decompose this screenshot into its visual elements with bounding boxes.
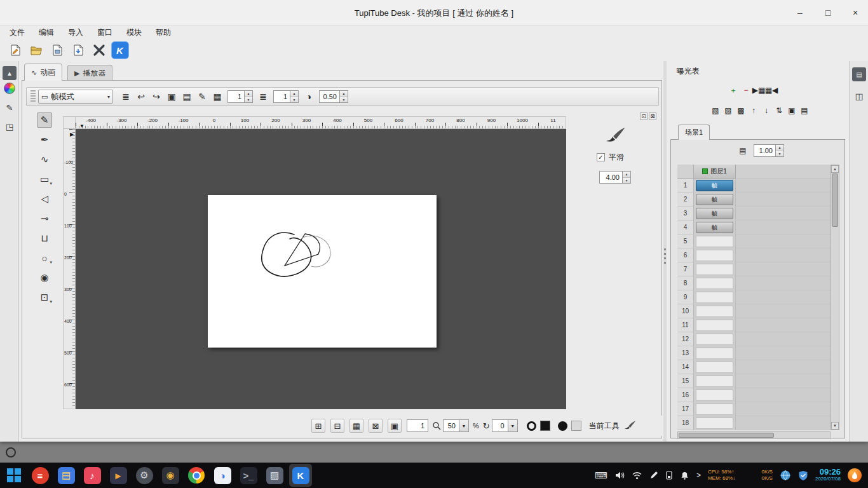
pencil-tool[interactable]: ✎ <box>37 112 52 128</box>
camera-icon[interactable]: ◉ <box>159 464 182 487</box>
safe-area-button[interactable]: ⊠ <box>369 419 383 433</box>
vertical-scrollbar[interactable]: ▲ ▼ <box>831 165 839 430</box>
onion-skin-button[interactable]: ▣ <box>388 419 402 433</box>
frame-cell[interactable] <box>694 346 736 360</box>
restore-subwindow-icon[interactable]: ⊡ <box>640 112 648 120</box>
frames-spinner-value[interactable]: 1 <box>227 90 244 103</box>
paste-frame-icon[interactable]: ▤ <box>179 89 194 104</box>
frame-cell[interactable] <box>694 262 736 276</box>
empty-frame[interactable] <box>696 278 733 289</box>
tab-player[interactable]: ▶ 播放器 <box>67 65 112 81</box>
library-icon[interactable]: ◳ <box>3 119 17 133</box>
close-button[interactable]: × <box>847 5 864 20</box>
grid16-button[interactable]: ⊟ <box>330 419 344 433</box>
empty-frame[interactable] <box>696 320 733 331</box>
frame-cell[interactable] <box>694 360 736 374</box>
paste-exposure-button[interactable]: ▤ <box>799 105 810 116</box>
nodes-tool[interactable]: ⊸ <box>37 211 52 226</box>
opacity-spinner-value[interactable]: 0.50 <box>319 90 339 103</box>
frame-cell[interactable] <box>694 276 736 290</box>
frame-cell[interactable] <box>694 374 736 388</box>
save-project-icon[interactable] <box>48 42 65 59</box>
exposure-panel-icon[interactable]: ▤ <box>852 67 866 81</box>
paper[interactable] <box>208 195 437 348</box>
frame-cell[interactable] <box>694 318 736 332</box>
spin-up-icon[interactable]: ▲ <box>290 91 298 97</box>
empty-frame[interactable] <box>696 250 733 261</box>
frame-cell[interactable] <box>694 332 736 346</box>
scroll-down-icon[interactable]: ▼ <box>831 422 839 430</box>
empty-frame[interactable] <box>696 348 733 359</box>
move-frame-back-button[interactable]: ▦◀ <box>766 85 777 96</box>
smoothness-spinner[interactable]: 4.00 ▲▼ <box>599 171 631 184</box>
pen-input-icon[interactable] <box>649 471 658 480</box>
layers-spinner[interactable]: 1 ▲▼ <box>273 90 299 103</box>
frame-cell[interactable] <box>694 402 736 416</box>
import-icon[interactable] <box>69 42 86 59</box>
insert-layer-button[interactable]: ▧ <box>710 105 721 116</box>
desktop-widget-icon[interactable] <box>6 447 16 458</box>
spin-down-icon[interactable]: ▼ <box>245 97 252 103</box>
empty-frame[interactable] <box>696 306 733 317</box>
toolbar-grip[interactable] <box>31 90 36 103</box>
empty-frame[interactable] <box>696 334 733 345</box>
contour-fill-swatch[interactable] <box>540 421 550 431</box>
layers-spinner-value[interactable]: 1 <box>273 90 290 103</box>
empty-frame[interactable] <box>696 376 733 387</box>
tools-icon[interactable] <box>90 42 107 59</box>
frame-cell[interactable] <box>694 416 736 430</box>
layers-icon[interactable]: ≣ <box>118 89 133 104</box>
rectangle-tool[interactable]: ▭▾ <box>37 172 52 187</box>
ink-tool[interactable]: ✒ <box>37 132 52 147</box>
menu-item[interactable]: 编辑 <box>32 25 61 39</box>
security-shield-icon[interactable] <box>798 470 808 481</box>
frame-button[interactable]: 帧 <box>696 194 733 205</box>
grid-button[interactable]: ⊞ <box>311 419 325 433</box>
contour-color-swatch[interactable] <box>527 421 536 431</box>
splitter-handle[interactable] <box>664 248 666 265</box>
frame-cell[interactable]: 帧 <box>694 207 736 220</box>
empty-frame[interactable] <box>696 390 733 401</box>
spin-down-icon[interactable]: ▼ <box>623 178 630 184</box>
frame-cell[interactable] <box>694 234 736 248</box>
start-button[interactable] <box>3 464 25 487</box>
file-manager-icon[interactable]: ▤ <box>55 464 78 487</box>
copy-frame-icon[interactable]: ▣ <box>164 89 179 104</box>
zoom-dropdown[interactable]: 50 ▼ <box>443 419 469 432</box>
menu-item[interactable]: 导入 <box>61 25 90 39</box>
spin-down-icon[interactable]: ▼ <box>290 97 298 103</box>
layer-header[interactable]: 图层1 <box>694 165 736 179</box>
redo-frame-icon[interactable]: ↪ <box>149 89 164 104</box>
scroll-up-icon[interactable]: ▲ <box>831 165 839 173</box>
open-project-icon[interactable] <box>27 42 44 59</box>
color-palette-icon[interactable] <box>4 83 15 94</box>
fill-tool[interactable]: ⊔ <box>37 231 52 246</box>
minimize-button[interactable]: – <box>792 5 808 20</box>
chevron-down-icon[interactable]: ▼ <box>459 420 468 431</box>
keyboard-icon[interactable]: ⌨ <box>595 470 607 480</box>
menu-item[interactable]: 窗口 <box>90 25 119 39</box>
spline-tool[interactable]: ∿ <box>37 152 52 167</box>
remove-frame-button[interactable]: − <box>740 85 752 96</box>
ellipse-tool[interactable]: ○▾ <box>37 250 52 266</box>
smoothness-value[interactable]: 4.00 <box>599 171 622 184</box>
launcher-icon[interactable]: ≡ <box>29 464 51 487</box>
move-frame-down-button[interactable]: ↓ <box>761 105 772 116</box>
frame-button-selected[interactable]: 帧 <box>696 180 733 191</box>
empty-frame[interactable] <box>696 417 733 429</box>
frame-cell[interactable]: 帧 <box>694 220 736 234</box>
spin-up-icon[interactable]: ▲ <box>245 91 252 97</box>
empty-frame[interactable] <box>696 403 733 415</box>
menu-item[interactable]: 模块 <box>119 25 149 39</box>
spin-down-icon[interactable]: ▼ <box>776 151 783 157</box>
tab-animation[interactable]: ∿ 动画 <box>24 64 62 81</box>
tupitube-icon[interactable]: K <box>289 464 312 487</box>
layer-opacity-value[interactable]: 1.00 <box>754 144 775 157</box>
control-center-icon[interactable]: ⚙ <box>133 464 156 487</box>
chevron-down-icon[interactable]: ▼ <box>508 420 517 431</box>
frame-cell[interactable] <box>694 388 736 402</box>
storyboard-icon[interactable]: ▦ <box>210 89 225 104</box>
drawing-canvas[interactable] <box>76 129 566 409</box>
terminal-icon[interactable]: >_ <box>237 464 260 487</box>
maximize-button[interactable]: □ <box>820 5 836 20</box>
